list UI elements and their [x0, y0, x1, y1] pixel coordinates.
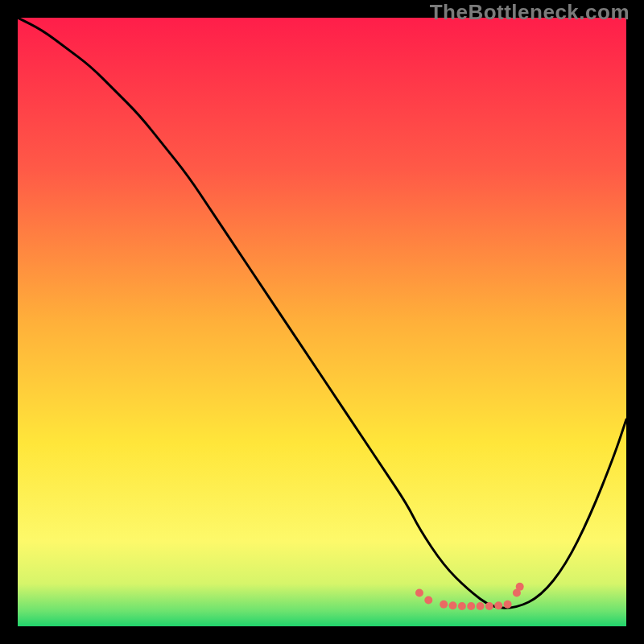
plot-area [18, 18, 626, 626]
chart-frame: TheBottleneck.com [0, 0, 644, 644]
chart-canvas [18, 18, 626, 626]
watermark-label: TheBottleneck.com [430, 0, 630, 25]
